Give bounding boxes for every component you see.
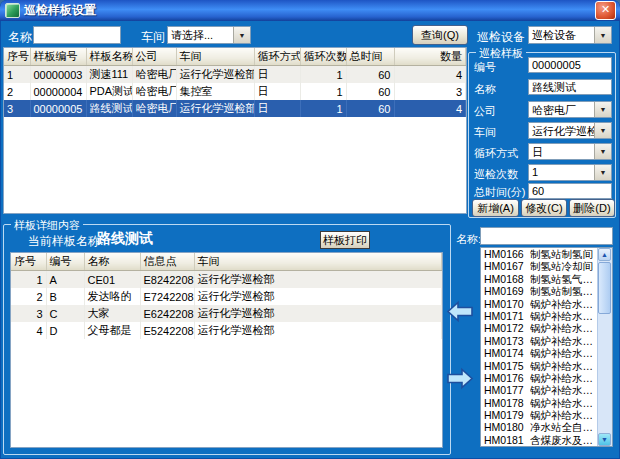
cycle-field-label: 循环方式 [474,146,518,161]
point-name: 制氢站冷却间 [530,260,598,272]
point-list-item[interactable]: HM0167 制氢站冷却间 [481,260,598,272]
workshop-dropdown[interactable]: 运行化学巡检部 ▼ [528,122,612,139]
cell-point: E5242208 [140,322,194,339]
point-name: 锅炉补给水一... [530,322,598,334]
detail-table-panel: 序号 编号 名称 信息点 车间 1 A CE01 E8242208 运行化学巡检… [10,252,443,448]
query-button[interactable]: 查询(Q) [412,25,468,45]
point-list-item[interactable]: HM0172 锅炉补给水一... [481,322,598,334]
column-header[interactable]: 车间 [176,48,254,66]
point-name: 锅炉补给水400... [530,298,598,310]
cell-seq: 1 [4,66,30,84]
times-dropdown[interactable]: 1 ▼ [528,164,612,181]
column-header[interactable]: 循环次数 [300,48,346,66]
column-header[interactable]: 信息点 [140,253,194,271]
column-header[interactable]: 总时间 [346,48,394,66]
chevron-down-icon[interactable]: ▼ [233,27,250,43]
point-list-item[interactable]: HM0180 净水站全自动... [481,421,598,433]
table-row[interactable]: 1 00000003 测速111 哈密电厂 运行化学巡检部 日 1 60 4 [4,66,466,84]
detail-row[interactable]: 2 B 发达咯的 E7242208 运行化学巡检部 [11,288,442,305]
point-list-item[interactable]: HM0176 锅炉补给水酸... [481,372,598,384]
point-code: HM0176 [484,372,530,384]
points-name-label: 名称: [456,232,481,247]
column-header[interactable]: 循环方式 [254,48,300,66]
point-name: 锅炉补给水一... [530,335,598,347]
code-field[interactable] [528,57,612,73]
print-button[interactable]: 样板打印 [320,231,370,249]
current-template-value: 路线测试 [97,230,153,248]
delete-button[interactable]: 删除(D) [569,199,615,217]
device-label: 巡检设备 [477,29,525,46]
column-header[interactable]: 车间 [194,253,442,271]
cell-seq: 2 [11,288,46,305]
scroll-down-icon[interactable]: ▼ [598,433,611,446]
chevron-down-icon[interactable]: ▼ [594,144,611,159]
column-header[interactable]: 编号 [46,253,84,271]
cell-workshop: 运行化学巡检部 [176,66,254,84]
column-header[interactable]: 公司 [132,48,176,66]
point-list-item[interactable]: HM0178 锅炉补给水反... [481,397,598,409]
point-list-item[interactable]: HM0179 锅炉补给水超滤 [481,409,598,421]
point-list-item[interactable]: HM0174 锅炉补给水一... [481,347,598,359]
close-icon[interactable]: ✕ [595,1,616,20]
cell-times: 1 [300,100,346,117]
column-header[interactable]: 序号 [11,253,46,271]
cell-minutes: 60 [346,66,394,84]
cycle-dropdown[interactable]: 日 ▼ [528,143,612,160]
minutes-field[interactable] [528,183,612,199]
column-header[interactable]: 数量 [394,48,466,66]
chevron-down-icon[interactable]: ▼ [594,27,611,43]
workshop-filter-dropdown[interactable]: 请选择... ▼ [167,26,251,44]
table-row[interactable]: 2 00000004 PDA测试 哈密电厂 集控室 日 1 60 3 [4,83,466,100]
company-dropdown[interactable]: 哈密电厂 ▼ [528,101,612,118]
point-code: HM0174 [484,347,530,359]
point-list-item[interactable]: HM0181 含煤废水及生... [481,434,598,446]
point-list-item[interactable]: HM0166 制氢站制氢间 [481,248,598,260]
name-field[interactable] [528,79,612,95]
scroll-up-icon[interactable]: ▲ [598,248,611,261]
chevron-down-icon[interactable]: ▼ [594,102,611,117]
detail-row[interactable]: 1 A CE01 E8242208 运行化学巡检部 [11,271,442,289]
title-bar[interactable]: 巡检样板设置 ✕ [0,0,620,21]
add-button[interactable]: 新增(A) [472,199,519,217]
point-list-item[interactable]: HM0170 锅炉补给水400... [481,298,598,310]
point-list-item[interactable]: HM0168 制氢站氢气储... [481,273,598,285]
points-list: HM0166 制氢站制氢间 HM0167 制氢站冷却间 HM0168 制氢站氢气… [481,248,598,446]
cell-code: 00000003 [30,66,86,84]
column-header[interactable]: 样板名称 [86,48,132,66]
name-filter-input[interactable] [33,26,121,44]
move-right-arrow-icon[interactable] [446,366,474,391]
point-list-item[interactable]: HM0175 锅炉补给水水... [481,360,598,372]
device-dropdown[interactable]: 巡检设备 ▼ [528,26,612,44]
cell-minutes: 60 [346,83,394,100]
modify-button[interactable]: 修改(C) [521,199,567,217]
cell-name: 大家 [84,305,140,322]
table-row[interactable]: 3 00000005 路线测试 哈密电厂 运行化学巡检部 日 1 60 4 [4,100,466,117]
cell-code: A [46,271,84,289]
column-header[interactable]: 样板编号 [30,48,86,66]
point-list-item[interactable]: HM0171 锅炉补给水水... [481,310,598,322]
scrollbar-thumb[interactable] [598,262,611,314]
column-header[interactable]: 名称 [84,253,140,271]
point-list-item[interactable]: HM0177 锅炉补给水酸... [481,384,598,396]
points-scrollbar[interactable]: ▲ ▼ [597,248,612,446]
points-filter-input[interactable] [480,227,613,245]
current-template-label: 当前样板名称: [28,233,103,250]
move-left-arrow-icon[interactable] [446,299,474,324]
app-window: 巡检样板设置 ✕ 名称 车间 请选择... ▼ 查询(Q) 巡检设备 巡检设备 … [0,0,620,459]
cell-company: 哈密电厂 [132,100,176,117]
point-code: HM0167 [484,260,530,272]
chevron-down-icon[interactable]: ▼ [594,165,611,180]
cell-code: B [46,288,84,305]
detail-row[interactable]: 3 C 大家 E6242208 运行化学巡检部 [11,305,442,322]
template-table-panel: 序号 样板编号 样板名称 公司 车间 循环方式 循环次数 总时间 数量 1 00… [3,47,467,214]
point-name: 净水站全自动... [530,421,598,433]
column-header[interactable]: 序号 [4,48,30,66]
cell-cycle: 日 [254,100,300,117]
detail-row[interactable]: 4 D 父母都是 E5242208 运行化学巡检部 [11,322,442,339]
point-list-item[interactable]: HM0169 制氢站制氢站M... [481,285,598,297]
point-name: 锅炉补给水酸... [530,384,598,396]
cell-minutes: 60 [346,100,394,117]
workshop-value: 运行化学巡检部 [529,123,594,138]
point-list-item[interactable]: HM0173 锅炉补给水一... [481,335,598,347]
chevron-down-icon[interactable]: ▼ [594,123,611,138]
